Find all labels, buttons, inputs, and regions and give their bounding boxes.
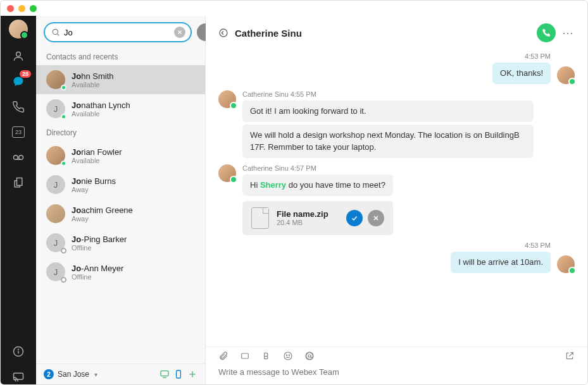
avatar — [46, 204, 65, 223]
message-bubble: OK, thanks! — [492, 63, 551, 84]
contact-name: Jo-Ping Barker — [72, 235, 127, 244]
svg-line-9 — [58, 34, 59, 36]
svg-point-0 — [16, 52, 21, 56]
location-badge: 2 — [44, 369, 54, 379]
more-button[interactable]: ⋯ — [562, 26, 575, 40]
file-attachment[interactable]: File name.zip 20.4 MB — [242, 201, 393, 235]
composer-toolbar — [206, 346, 587, 365]
format-icon[interactable] — [261, 351, 272, 361]
search-input[interactable] — [60, 28, 174, 37]
mention-icon[interactable] — [304, 351, 315, 361]
directory-item[interactable]: J Jo-Ping Barker Offline — [36, 228, 205, 257]
contact-status: Available — [72, 110, 130, 118]
svg-rect-14 — [177, 370, 181, 378]
window-minimize-dot[interactable] — [18, 5, 25, 12]
sidebar: Cancel Contacts and recents John Smith A… — [36, 16, 206, 384]
message-list: 4:53 PM OK, thanks! Catherine Sinu 4:55 … — [206, 47, 587, 346]
message-time: 4:53 PM — [525, 241, 551, 249]
presence-offline-icon — [61, 277, 66, 283]
mention[interactable]: Sherry — [260, 180, 286, 190]
directory-item[interactable]: Joachim Greene Away — [36, 199, 205, 228]
svg-point-2 — [19, 156, 23, 160]
message-bubble: Got it! I am looking forward to it. — [242, 101, 534, 122]
avatar: J — [46, 262, 65, 281]
add-device-icon[interactable] — [187, 369, 197, 379]
message-meta: Catherine Sinu 4:57 PM — [242, 164, 393, 172]
avatar: J — [46, 233, 65, 252]
chat-icon[interactable]: 28 — [11, 74, 26, 89]
message-row: Catherine Sinu 4:57 PM Hi Sherry do you … — [218, 164, 575, 235]
search-box[interactable] — [44, 22, 192, 42]
calendar-icon[interactable]: 23 — [11, 125, 26, 140]
voicemail-icon[interactable] — [11, 150, 26, 165]
contact-name: Jorian Fowler — [72, 147, 122, 157]
back-icon[interactable] — [218, 28, 228, 38]
presence-available-icon — [61, 114, 66, 119]
file-icon — [251, 207, 269, 229]
svg-point-23 — [289, 355, 289, 355]
call-button[interactable] — [537, 23, 556, 42]
avatar — [46, 146, 65, 165]
avatar — [557, 255, 575, 273]
apps-icon[interactable] — [11, 175, 26, 190]
nav-rail: 28 23 — [1, 16, 36, 384]
contact-item[interactable]: John Smith Available — [36, 65, 205, 94]
message-input[interactable] — [218, 367, 575, 377]
emoji-icon[interactable] — [283, 351, 293, 361]
presence-available-icon — [61, 161, 66, 166]
message-bubble: Hi Sherry do you have time to meet? — [242, 174, 393, 196]
window-titlebar — [1, 1, 587, 16]
message-meta: Catherine Sinu 4:55 PM — [242, 90, 534, 98]
chat-panel: Catherine Sinu ⋯ 4:53 PM OK, thanks! — [206, 16, 587, 384]
popout-icon[interactable] — [565, 351, 575, 361]
contact-item[interactable]: J Jonathan Lynch Available — [36, 94, 205, 123]
message-time: 4:53 PM — [525, 52, 551, 60]
clear-search-icon[interactable] — [174, 27, 185, 38]
contact-status: Available — [72, 81, 113, 89]
info-icon[interactable] — [11, 344, 26, 359]
svg-point-17 — [220, 29, 227, 37]
message-row: Catherine Sinu 4:55 PM Got it! I am look… — [218, 90, 575, 158]
contact-name: Jo-Ann Meyer — [72, 264, 123, 273]
section-contacts-recents: Contacts and recents — [36, 47, 205, 65]
svg-point-25 — [308, 355, 311, 357]
cast-icon[interactable] — [11, 369, 26, 384]
contact-status: Offline — [72, 244, 127, 252]
svg-rect-12 — [161, 371, 168, 376]
sidebar-footer: 2 San Jose ▾ — [36, 364, 205, 384]
message-bubble: We will hold a design workshop next Mond… — [242, 125, 534, 157]
call-icon[interactable] — [11, 99, 26, 114]
decline-file-button[interactable] — [368, 210, 384, 226]
device-icon[interactable] — [173, 369, 184, 379]
presence-offline-icon — [61, 248, 66, 254]
self-avatar[interactable] — [9, 20, 28, 39]
contact-status: Away — [72, 186, 116, 193]
contact-name: Jonie Burns — [72, 176, 116, 186]
window-close-dot[interactable] — [7, 5, 14, 12]
avatar — [218, 164, 236, 182]
contact-name: Joachim Greene — [72, 205, 133, 215]
contact-status: Available — [72, 157, 122, 164]
chevron-down-icon[interactable]: ▾ — [94, 371, 97, 378]
directory-item[interactable]: J Jonie Burns Away — [36, 170, 205, 199]
screen-capture-icon[interactable] — [240, 351, 250, 361]
svg-point-8 — [53, 29, 58, 34]
avatar — [46, 70, 65, 89]
presence-available-icon — [61, 85, 66, 90]
svg-point-6 — [18, 349, 19, 350]
contacts-icon[interactable] — [11, 49, 26, 64]
window-maximize-dot[interactable] — [30, 5, 37, 12]
monitor-icon[interactable] — [160, 369, 170, 379]
avatar: J — [46, 99, 65, 118]
attach-icon[interactable] — [218, 351, 228, 361]
message-bubble: I will be arrive at 10am. — [451, 252, 551, 273]
avatar — [557, 66, 575, 84]
svg-point-22 — [286, 355, 287, 355]
svg-point-21 — [284, 352, 292, 360]
directory-item[interactable]: J Jo-Ann Meyer Offline — [36, 257, 205, 286]
accept-file-button[interactable] — [346, 210, 363, 226]
location-name[interactable]: San Jose — [58, 370, 89, 379]
search-icon — [51, 28, 60, 37]
section-directory: Directory — [36, 123, 205, 141]
directory-item[interactable]: Jorian Fowler Available — [36, 141, 205, 170]
